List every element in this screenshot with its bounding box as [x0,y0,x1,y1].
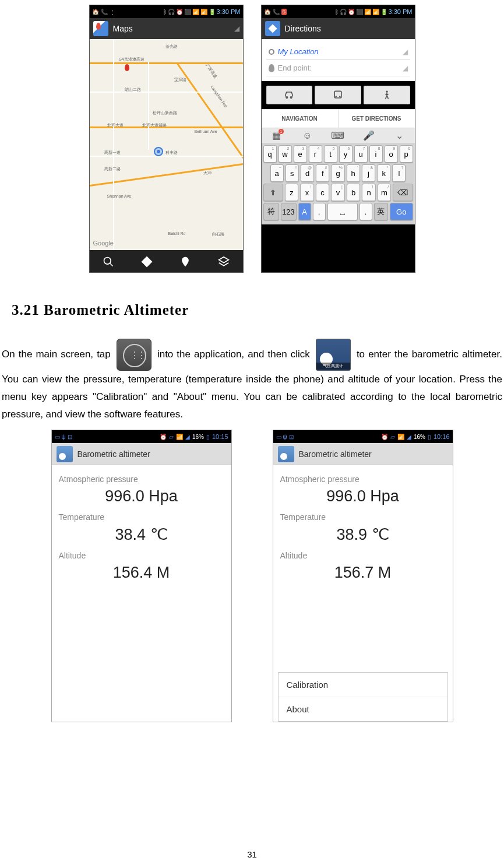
emoji-icon[interactable]: ☺ [302,131,312,141]
top-screenshot-row: 🏠 📞 ⋮ ᛒ 🎧 ⏰ ⬛ 📶 📶 🔋 3:30 PM [0,0,504,273]
keyboard-toolbar: ▦ ☺ ⌨ 🎤 ⌄ [262,128,415,143]
grid-icon[interactable]: ▦ [272,131,282,141]
directions-button[interactable] [135,254,158,270]
about-menu-item[interactable]: About [279,697,447,721]
calibration-menu-item[interactable]: Calibration [279,673,447,697]
key-e[interactable]: e3 [294,145,307,163]
status-time: 10:15 [212,433,228,440]
usb-icon: ⋮ [110,9,115,15]
transit-mode-tab[interactable] [315,86,361,104]
map-canvas[interactable]: 茶光路 宝深路 朗山二路 松坪山新西路 北环大道 北环大道辅路 Beihuan … [90,39,243,250]
pressure-value: 996.0 Hpa [59,487,224,505]
app-header: Barometric altimeter [273,443,453,465]
period-key[interactable]: . [360,203,372,220]
key-t[interactable]: t5 [324,145,337,163]
dropdown-icon[interactable]: ◢ [234,24,239,33]
road-label: 高新一道 [104,150,121,156]
key-p[interactable]: p0 [400,145,413,163]
home-icon: 🏠 [264,9,271,15]
walk-mode-tab[interactable] [364,86,410,104]
key-l[interactable]: l? [392,164,406,182]
key-a[interactable]: a~ [270,164,284,182]
home-icon: 🏠 [92,9,99,15]
road-label: Beihuan Ave [195,129,217,133]
road-label: 广深高速 [204,63,218,80]
keyboard-icon[interactable]: ⌨ [333,131,343,141]
action-tabs: NAVIGATION GET DIRECTIONS [262,109,415,128]
shift-key[interactable]: ⇧ [263,184,283,201]
key-z[interactable]: z [285,184,299,201]
key-v[interactable]: v| [331,184,345,201]
ime-key[interactable]: 英 [374,203,389,220]
nfc-icon: ⬛ [356,9,363,15]
key-y[interactable]: y6 [339,145,353,163]
key-w[interactable]: w2 [279,145,292,163]
soft-keyboard: q1w2e3r4t5y6u7i8o9p0 a~s!d@f#g%h'j&k*l? … [262,143,415,224]
road-label: G4京港澳高速 [119,57,144,62]
key-o[interactable]: o9 [385,145,398,163]
key-c[interactable]: c [316,184,330,201]
key-q[interactable]: q1 [263,145,277,163]
directions-app-icon[interactable] [265,21,280,36]
key-x[interactable]: x! [300,184,314,201]
signal-icon: 📶 [192,9,199,15]
key-j[interactable]: j& [362,164,375,182]
go-key[interactable]: Go [390,203,413,220]
key-b[interactable]: b [347,184,361,201]
maps-app-icon[interactable] [93,21,108,36]
start-location-row[interactable]: My Location ◢ [266,44,410,60]
bluetooth-icon: ᛒ [163,9,167,15]
key-i[interactable]: i8 [369,145,383,163]
end-location-row[interactable]: End point: ◢ [266,60,410,76]
backspace-key[interactable]: ⌫ [393,184,413,201]
svg-point-6 [339,96,341,97]
my-location-text: My Location [278,47,399,56]
bottom-screenshot-row: ▭ ψ ⊡ ⏰ ▱ 📶 ◢ 16% ▯ 10:15 Barometric alt… [0,430,504,722]
navigation-tab[interactable]: NAVIGATION [262,110,339,128]
car-mode-tab[interactable] [266,86,313,104]
road-label: 大冲 [203,170,212,176]
road-label: 宝深路 [174,77,186,83]
page-number: 31 [0,849,504,859]
key-k[interactable]: k* [377,164,390,182]
key-f[interactable]: f# [316,164,329,182]
alarm-icon: ⏰ [348,9,355,15]
key-s[interactable]: s! [286,164,299,182]
key-m[interactable]: m/ [378,184,392,201]
symbol-key[interactable]: 符 [263,203,279,220]
key-h[interactable]: h' [347,164,360,182]
road-label: Baishi Rd [168,231,186,236]
lang-key[interactable]: A [298,203,311,220]
directions-icon [141,256,153,268]
key-d[interactable]: d@ [301,164,314,182]
places-button[interactable] [174,254,197,270]
end-pin-icon [269,64,274,72]
key-r[interactable]: r4 [309,145,322,163]
pressure-value: 996.0 Hpa [280,487,446,505]
battery-percent: 16% [192,434,204,440]
directions-header: Directions [262,18,415,39]
app-header: Barometric altimeter [52,443,231,465]
road [148,62,149,150]
battery-icon: ▯ [206,434,210,440]
comma-key[interactable]: , [313,203,326,220]
dropdown-icon[interactable]: ◢ [403,64,408,72]
barometer-readings: Atmospheric pressure 996.0 Hpa Temperatu… [273,465,453,595]
dropdown-icon[interactable]: ◢ [403,48,408,56]
search-button[interactable] [97,254,120,270]
key-u[interactable]: u7 [354,145,368,163]
key-n[interactable]: n! [362,184,376,201]
chevron-down-icon[interactable]: ⌄ [394,131,404,141]
get-directions-tab[interactable]: GET DIRECTIONS [339,110,415,128]
walk-icon [381,89,393,101]
alarm-icon: ⏰ [176,9,183,15]
number-key[interactable]: 123 [281,203,297,220]
section-body: On the main screen, tap into the applica… [0,339,504,423]
mic-icon[interactable]: 🎤 [364,131,374,141]
status-time: 3:30 PM [217,8,241,15]
app-drawer-icon [117,339,151,371]
space-key[interactable]: ⎵ [327,203,358,220]
layers-button[interactable] [212,254,235,270]
key-g[interactable]: g% [331,164,344,182]
search-icon [103,256,114,268]
